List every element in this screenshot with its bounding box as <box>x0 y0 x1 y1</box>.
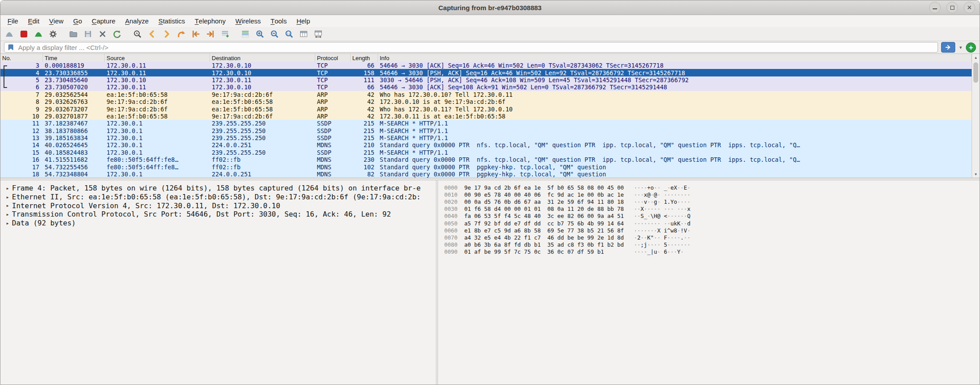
expander-icon[interactable]: ▸ <box>3 194 12 200</box>
close-file-button[interactable] <box>96 28 109 40</box>
menu-capture[interactable]: Capture <box>87 15 120 27</box>
hex-ascii: ··ukK··d <box>664 220 690 227</box>
expander-icon[interactable]: ▸ <box>3 211 12 217</box>
last-packet-button[interactable] <box>204 28 217 40</box>
packet-row-4[interactable]: 423.730336855172.30.0.11172.30.0.10TCP15… <box>0 69 972 76</box>
zoom-original-button[interactable]: 1:1 <box>283 28 295 40</box>
filter-apply-button[interactable] <box>941 42 955 53</box>
menu-telephony[interactable]: Telephony <box>190 15 230 27</box>
cell-time: 41.515511682 <box>43 156 105 163</box>
column-header-info[interactable]: Info <box>378 54 972 62</box>
find-packet-button[interactable]: A <box>131 28 144 40</box>
packet-row-15[interactable]: 1540.185824483172.30.0.1239.255.255.250S… <box>0 149 972 156</box>
menu-analyze[interactable]: Analyze <box>120 15 153 27</box>
packet-row-3[interactable]: 30.000188819172.30.0.11172.30.0.10TCP665… <box>0 62 972 69</box>
cell-time: 40.026524645 <box>43 141 105 149</box>
save-file-button[interactable] <box>82 28 94 40</box>
menu-statistics[interactable]: Statistics <box>153 15 190 27</box>
packet-row-14[interactable]: 1440.026524645172.30.0.1224.0.0.251MDNS2… <box>0 141 972 149</box>
hex-row-0080[interactable]: 0080a0 b6 3b 6a 8f fd db b135 ad c8 f3 0… <box>444 241 980 248</box>
packet-row-17[interactable]: 1754.732255456fe80::50f5:64ff:fe8…ff02::… <box>0 163 972 170</box>
first-packet-button[interactable] <box>190 28 202 40</box>
close-button[interactable] <box>964 2 975 13</box>
hex-row-0010[interactable]: 001000 90 e5 78 40 00 40 06fc 9d ac 1e 0… <box>444 191 980 198</box>
packet-row-9[interactable]: 929.0326732079e:17:9a:cd:2b:6fea:1e:5f:b… <box>0 105 972 112</box>
packet-row-11[interactable]: 1137.182387467172.30.0.1239.255.255.250S… <box>0 120 972 127</box>
hex-row-0090[interactable]: 009001 af be 99 5f 7c 75 0c36 0c 07 df 5… <box>444 248 980 255</box>
menu-help[interactable]: Help <box>292 15 315 27</box>
detail-line-0[interactable]: ▸Frame 4: Packet, 158 bytes on wire (126… <box>3 184 436 193</box>
menu-tools[interactable]: Tools <box>266 15 292 27</box>
menu-file[interactable]: File <box>3 15 23 27</box>
detail-line-1[interactable]: ▸Ethernet II, Src: ea:1e:5f:b0:65:58 (ea… <box>3 193 436 202</box>
hex-bytes: 35 ad c8 f3 0b f1 b2 bd <box>547 241 624 248</box>
packet-row-12[interactable]: 1238.183780866172.30.0.1239.255.255.250S… <box>0 127 972 134</box>
expander-icon[interactable]: ▸ <box>3 185 12 191</box>
menu-edit[interactable]: Edit <box>23 15 44 27</box>
column-header-length[interactable]: Length <box>351 54 378 62</box>
resize-columns-button[interactable] <box>297 28 310 40</box>
display-filter-input[interactable]: Apply a display filter ... <Ctrl-/> <box>4 42 938 53</box>
filter-dropdown-caret[interactable]: ▾ <box>958 45 963 50</box>
packet-row-6[interactable]: 623.730507020172.30.0.11172.30.0.10TCP66… <box>0 84 972 91</box>
capture-options-button[interactable] <box>47 28 59 40</box>
packet-row-18[interactable]: 1854.732348804172.30.0.1224.0.0.251MDNS8… <box>0 171 972 178</box>
expander-icon[interactable]: ▸ <box>3 220 12 226</box>
zoom-in-button[interactable] <box>254 28 266 40</box>
column-header-destination[interactable]: Destination <box>210 54 315 62</box>
packet-row-8[interactable]: 829.0326267639e:17:9a:cd:2b:6fea:1e:5f:b… <box>0 98 972 105</box>
detail-line-3[interactable]: ▸Transmission Control Protocol, Src Port… <box>3 210 436 219</box>
column-header-protocol[interactable]: Protocol <box>315 54 351 62</box>
menu-wireless[interactable]: Wireless <box>230 15 266 27</box>
filter-add-button[interactable]: + <box>966 42 976 53</box>
hex-row-0000[interactable]: 00009e 17 9a cd 2b 6f ea 1e5f b0 65 58 0… <box>444 184 980 191</box>
auto-scroll-button[interactable] <box>219 28 231 40</box>
column-header-source[interactable]: Source <box>105 54 210 62</box>
minimize-button[interactable] <box>929 2 941 13</box>
packet-row-5[interactable]: 523.730485640172.30.0.10172.30.0.11TCP11… <box>0 76 972 84</box>
packet-row-7[interactable]: 729.032562544ea:1e:5f:b0:65:589e:17:9a:c… <box>0 91 972 98</box>
filter-bookmark-icon[interactable] <box>8 44 15 51</box>
scroll-thumb[interactable] <box>973 62 978 83</box>
stop-capture-button[interactable] <box>18 28 30 40</box>
open-file-button[interactable] <box>67 28 80 40</box>
cell-no: 16 <box>0 156 43 163</box>
hex-row-0020[interactable]: 002000 0a d5 76 0b d6 67 aa31 2e 59 6f 9… <box>444 198 980 205</box>
scroll-up-icon[interactable]: ▲ <box>972 54 980 61</box>
menu-go[interactable]: Go <box>69 15 87 27</box>
detail-line-2[interactable]: ▸Internet Protocol Version 4, Src: 172.3… <box>3 201 436 210</box>
titlebar[interactable]: Capturing from br-e947b0308883 <box>0 0 980 15</box>
packet-row-13[interactable]: 1339.185163834172.30.0.1239.255.255.250S… <box>0 134 972 141</box>
hex-row-0040[interactable]: 0040fa 06 53 5f f4 5c 48 403c ee 82 06 0… <box>444 213 980 220</box>
zoom-out-button[interactable] <box>268 28 281 40</box>
maximize-button[interactable] <box>946 2 958 13</box>
hex-row-0060[interactable]: 0060e1 8b e7 c5 9d a6 8b 5869 5e 77 38 b… <box>444 227 980 234</box>
restart-capture-button[interactable] <box>32 28 45 40</box>
hex-row-0070[interactable]: 0070a4 32 e5 e4 4b 22 f1 c746 dd be be 9… <box>444 234 980 241</box>
cell-info: 54646 → 3030 [ACK] Seq=16 Ack=46 Win=502… <box>378 62 972 69</box>
cell-source: 172.30.0.1 <box>105 149 210 156</box>
scroll-down-icon[interactable]: ▼ <box>972 171 980 178</box>
cell-info: Standard query 0x0000 PTR _nfs._tcp.loca… <box>378 141 972 149</box>
column-header-no[interactable]: No. <box>0 54 43 62</box>
column-header-time[interactable]: Time <box>43 54 105 62</box>
colorize-packets-button[interactable] <box>239 28 252 40</box>
expander-icon[interactable]: ▸ <box>3 202 12 209</box>
hex-offset: 0080 <box>444 241 458 248</box>
detail-line-4[interactable]: ▸Data (92 bytes) <box>3 219 436 228</box>
bar-arrow-left-icon <box>191 30 200 38</box>
hex-ascii: ··S_·\H@ <box>634 213 660 219</box>
menu-view[interactable]: View <box>44 15 69 27</box>
go-to-packet-button[interactable] <box>175 28 187 40</box>
reload-file-button[interactable] <box>111 28 123 40</box>
packet-list-scrollbar[interactable]: ▲ ▼ <box>972 54 980 178</box>
packet-row-10[interactable]: 1029.032701877ea:1e:5f:b0:65:589e:17:9a:… <box>0 113 972 120</box>
go-back-button[interactable] <box>146 28 158 40</box>
packet-row-16[interactable]: 1641.515511682fe80::50f5:64ff:fe8…ff02::… <box>0 156 972 163</box>
hex-row-0050[interactable]: 0050a5 7f 92 bf dd e7 df ddcc b7 75 6b 4… <box>444 220 980 227</box>
hex-row-0030[interactable]: 003001 f6 58 d4 00 00 01 0108 0a 11 20 d… <box>444 206 980 213</box>
go-forward-button[interactable] <box>160 28 173 40</box>
start-capture-button[interactable] <box>3 28 15 40</box>
chevron-right-icon <box>162 30 171 38</box>
fit-columns-button[interactable] <box>312 28 324 40</box>
